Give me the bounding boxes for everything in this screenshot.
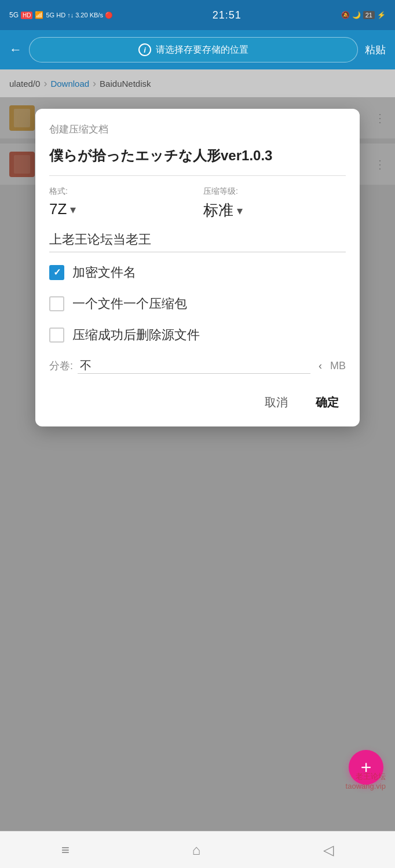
format-row: 格式: 7Z ▾ 压缩等级: 标准 ▾ [49, 186, 346, 220]
format-group: 格式: 7Z ▾ [49, 186, 192, 220]
cancel-button[interactable]: 取消 [258, 390, 295, 415]
breadcrumb-sep2: › [93, 78, 96, 90]
back-button[interactable]: ← [9, 42, 22, 57]
nav-home-icon[interactable]: ⌂ [192, 842, 201, 858]
checkmark-icon: ✓ [53, 268, 61, 277]
bg-content: ... ⋮ ... ⋮ 创建压缩文档 僕らが拾ったエッチな人形ver1.0.3 … [0, 97, 395, 831]
nav-title-text: 请选择存要存储的位置 [156, 44, 248, 56]
checkbox-one-file-one-archive-label: 一个文件一个压缩包 [72, 295, 187, 312]
compression-value: 标准 [203, 200, 233, 220]
nav-title-pill: i 请选择存要存储的位置 [29, 37, 358, 62]
format-value: 7Z [49, 200, 67, 218]
status-right: 🔕 🌙 21 ⚡ [341, 11, 386, 19]
checkbox-one-file-one-archive[interactable]: 一个文件一个压缩包 [49, 295, 346, 312]
breadcrumb-part1: ulated/0 [9, 79, 40, 89]
dialog-title: 创建压缩文档 [49, 123, 346, 136]
format-label: 格式: [49, 186, 192, 197]
volume-input[interactable] [78, 358, 310, 374]
dialog-filename: 僕らが拾ったエッチな人形ver1.0.3 [49, 146, 346, 165]
nav-back-icon[interactable]: ◁ [323, 842, 334, 858]
volume-label: 分卷: [49, 359, 73, 373]
password-divider [49, 252, 346, 252]
breadcrumb-sep1: › [43, 78, 47, 90]
watermark: 老王论坛 taowang.vip [346, 771, 386, 790]
checkbox-encrypt-filename[interactable]: ✓ 加密文件名 [49, 264, 346, 281]
breadcrumb-part3[interactable]: BaiduNetdisk [100, 79, 151, 89]
volume-arrow-icon: ‹ [319, 360, 322, 372]
speed-text: 5G HD ↑↓ 3.20 KB/s 🔴 [46, 12, 112, 19]
breadcrumb-part2[interactable]: Download [50, 79, 89, 89]
watermark-line1: 老王论坛 [346, 771, 386, 782]
compression-select[interactable]: 标准 ▾ [203, 200, 346, 220]
mute-icon: 🔕 [341, 11, 350, 19]
volume-input-wrapper [78, 358, 310, 374]
dialog-buttons: 取消 确定 [49, 390, 346, 415]
dialog-overlay: 创建压缩文档 僕らが拾ったエッチな人形ver1.0.3 格式: 7Z ▾ 压缩等… [0, 97, 395, 831]
compression-group: 压缩等级: 标准 ▾ [203, 186, 346, 220]
password-input[interactable] [49, 230, 346, 249]
nav-menu-icon[interactable]: ≡ [61, 842, 70, 858]
battery-text: 21 [363, 11, 375, 19]
status-bar: 5G HD 📶 5G HD ↑↓ 3.20 KB/s 🔴 21:51 🔕 🌙 2… [0, 0, 395, 30]
checkbox-encrypt-filename-box[interactable]: ✓ [49, 265, 64, 280]
bottom-nav: ≡ ⌂ ◁ [0, 831, 395, 868]
checkbox-delete-after-compress[interactable]: 压缩成功后删除源文件 [49, 326, 346, 344]
moon-icon: 🌙 [352, 11, 361, 19]
info-icon: i [138, 43, 151, 56]
format-select[interactable]: 7Z ▾ [49, 200, 192, 218]
format-dropdown-icon: ▾ [70, 203, 76, 216]
wifi-icon: 📶 [35, 11, 43, 19]
compression-label: 压缩等级: [203, 186, 346, 197]
compression-dropdown-icon: ▾ [237, 204, 243, 218]
paste-button[interactable]: 粘贴 [365, 43, 386, 57]
dialog: 创建压缩文档 僕らが拾ったエッチな人形ver1.0.3 格式: 7Z ▾ 压缩等… [35, 109, 360, 426]
dialog-divider-1 [49, 175, 346, 176]
checkbox-encrypt-filename-label: 加密文件名 [72, 264, 136, 281]
checkbox-delete-after-compress-box[interactable] [49, 328, 64, 343]
checkbox-one-file-one-archive-box[interactable] [49, 296, 64, 311]
confirm-button[interactable]: 确定 [309, 390, 346, 415]
status-left: 5G HD 📶 5G HD ↑↓ 3.20 KB/s 🔴 [9, 11, 113, 19]
charging-icon: ⚡ [377, 11, 386, 19]
watermark-line2: taowang.vip [346, 782, 386, 790]
volume-row: 分卷: ‹ MB [49, 358, 346, 374]
nav-bar: ← i 请选择存要存储的位置 粘贴 [0, 30, 395, 69]
volume-unit: MB [330, 360, 346, 372]
checkbox-delete-after-compress-label: 压缩成功后删除源文件 [72, 326, 200, 344]
status-time: 21:51 [213, 9, 242, 21]
hd-badge: HD [21, 12, 32, 19]
signal-icon: 5G [9, 11, 19, 19]
password-row [49, 230, 346, 249]
breadcrumb-bar: ulated/0 › Download › BaiduNetdisk [0, 69, 395, 97]
